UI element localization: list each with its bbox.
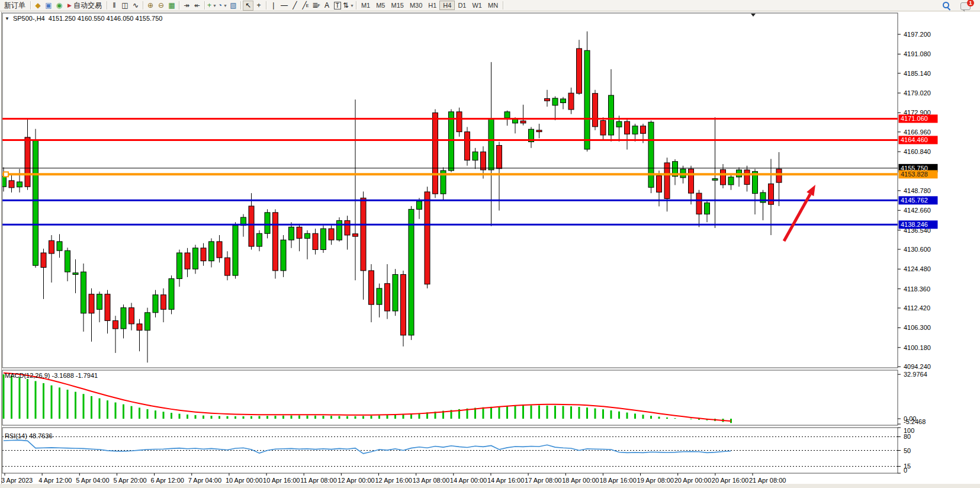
hline-handle[interactable] bbox=[4, 172, 8, 176]
time-tick-label: 17 Apr 08:00 bbox=[525, 477, 561, 484]
timeframe-h4-button[interactable]: H4 bbox=[439, 1, 455, 10]
timeframes-clock-icon[interactable]: ◔▼ bbox=[217, 1, 228, 11]
price-tick-label: 4160.840 bbox=[904, 148, 931, 155]
timeframe-m15-button[interactable]: M15 bbox=[388, 1, 406, 10]
candlestick-chart-icon[interactable]: ◫ bbox=[120, 1, 130, 11]
text-label-icon[interactable]: T bbox=[332, 1, 343, 11]
toolbar-separator bbox=[107, 1, 107, 9]
vertical-line-icon-glyph: | bbox=[272, 1, 274, 11]
funnel-icon[interactable]: ◆ bbox=[33, 1, 43, 11]
price-tick-label: 4100.180 bbox=[904, 344, 931, 351]
time-tick-label: 5 Apr 04:00 bbox=[76, 477, 109, 484]
zoom-in-icon[interactable]: ⊕ bbox=[145, 1, 156, 11]
chart-collapse-toggle[interactable]: ▼ bbox=[5, 16, 9, 21]
new-order-button[interactable]: 新订单 bbox=[1, 1, 28, 11]
arrows-shapes-icon-dropdown[interactable]: ▼ bbox=[350, 1, 354, 11]
timeframe-w1-button[interactable]: W1 bbox=[469, 1, 485, 10]
chart-shift-icon[interactable]: ↞ bbox=[192, 1, 203, 11]
candle-body bbox=[113, 320, 118, 329]
horizontal-line-icon[interactable]: — bbox=[279, 1, 290, 11]
timeframes-clock-icon-dropdown[interactable]: ▼ bbox=[223, 1, 227, 11]
time-tick-label: 18 Apr 00:00 bbox=[562, 477, 599, 484]
arrows-shapes-icon[interactable]: ⇅▼ bbox=[343, 1, 354, 11]
toolbar-separator bbox=[266, 1, 266, 9]
timeframe-m1-button[interactable]: M1 bbox=[358, 1, 373, 10]
rsi-scale-label: 0 bbox=[904, 467, 907, 474]
line-chart-icon[interactable]: ∿ bbox=[130, 1, 141, 11]
candle-body bbox=[616, 121, 622, 127]
candle-body bbox=[457, 112, 462, 132]
candle-body bbox=[497, 145, 502, 168]
candle-body bbox=[73, 273, 78, 275]
time-tick-label: 6 Apr 12:00 bbox=[151, 477, 184, 484]
candle-body bbox=[712, 179, 718, 181]
trendline-icon[interactable]: ╱ bbox=[290, 1, 300, 11]
autotrade-button[interactable]: ▶自动交易 bbox=[65, 1, 105, 11]
rsi-indicator-label: RSI(14) 48.7636 bbox=[5, 432, 53, 439]
vertical-line-icon[interactable]: | bbox=[268, 1, 279, 11]
candle-body bbox=[297, 227, 302, 238]
text-icon[interactable]: A bbox=[322, 1, 332, 11]
toolbar-separator bbox=[503, 1, 503, 9]
time-tick-label: 21 Apr 08:00 bbox=[749, 477, 786, 484]
timeframe-h1-button[interactable]: H1 bbox=[425, 1, 439, 10]
add-indicator-icon[interactable]: +▼ bbox=[207, 1, 217, 11]
candle-body bbox=[33, 140, 38, 265]
candle-body bbox=[417, 201, 422, 210]
price-tick-label: 4166.960 bbox=[904, 129, 931, 136]
candle-body bbox=[425, 192, 430, 284]
auto-scroll-icon[interactable]: ↠ bbox=[181, 1, 192, 11]
price-tick-label: 4124.480 bbox=[904, 265, 931, 272]
candle-body bbox=[584, 50, 590, 149]
price-tick-label: 4130.600 bbox=[904, 246, 931, 253]
tile-windows-icon[interactable]: ▦ bbox=[166, 1, 177, 11]
timeframes-clock-icon-glyph: ◔ bbox=[218, 1, 222, 11]
bar-chart-icon[interactable]: ‖ bbox=[109, 1, 120, 11]
signals-icon[interactable]: ◉ bbox=[54, 1, 65, 11]
signals-icon-glyph: ◉ bbox=[56, 1, 62, 11]
candle-body bbox=[545, 98, 550, 101]
candle-body bbox=[721, 169, 726, 185]
search-icon[interactable] bbox=[943, 1, 951, 9]
candle-body bbox=[696, 193, 702, 214]
crosshair-icon[interactable]: + bbox=[253, 1, 264, 11]
notifications-icon[interactable]: 1 bbox=[960, 2, 971, 10]
candle-body bbox=[105, 294, 110, 321]
toolbar-separator bbox=[240, 1, 241, 9]
candlestick-chart-icon-glyph: ◫ bbox=[121, 1, 128, 11]
add-indicator-icon-glyph: + bbox=[207, 1, 211, 11]
time-tick-label: 12 Apr 00:00 bbox=[338, 477, 374, 484]
time-tick-label: 4 Apr 12:00 bbox=[38, 477, 72, 484]
timeframe-d1-button[interactable]: D1 bbox=[455, 1, 469, 10]
fibonacci-icon[interactable]: ≣F bbox=[311, 1, 322, 11]
price-tick-label: 4094.240 bbox=[904, 363, 931, 370]
auto-scroll-icon-glyph: ↠ bbox=[184, 1, 189, 11]
timeframe-m30-button[interactable]: M30 bbox=[407, 1, 425, 10]
candle-body bbox=[552, 98, 558, 105]
template-chart-icon[interactable]: ▧ bbox=[228, 1, 239, 11]
candle-body bbox=[481, 152, 486, 170]
add-indicator-icon-dropdown[interactable]: ▼ bbox=[213, 1, 217, 11]
candle-body bbox=[17, 182, 23, 187]
candle-body bbox=[9, 181, 14, 188]
price-badge-label: 4145.762 bbox=[901, 197, 928, 204]
zoom-in-icon-glyph: ⊕ bbox=[147, 1, 153, 11]
time-tick-label: 10 Apr 00:00 bbox=[226, 477, 262, 484]
equidistant-channel-icon[interactable]: ╱E bbox=[300, 1, 311, 11]
market-watch-icon[interactable]: ▣ bbox=[43, 1, 54, 11]
time-tick-label: 20 Apr 00:00 bbox=[674, 477, 711, 484]
autotrade-button-label: 自动交易 bbox=[73, 1, 102, 11]
chart-canvas[interactable]: 4197.2004191.0804185.1404179.0204172.900… bbox=[0, 12, 980, 488]
candle-body bbox=[329, 229, 334, 240]
zoom-out-icon[interactable]: ⊖ bbox=[156, 1, 166, 11]
zoom-out-icon-glyph: ⊖ bbox=[158, 1, 164, 11]
candle-body bbox=[728, 177, 734, 185]
rsi-scale-label: 80 bbox=[904, 433, 911, 440]
cursor-icon[interactable]: ↖ bbox=[243, 1, 253, 11]
candle-body bbox=[776, 169, 782, 182]
timeframe-m5-button[interactable]: M5 bbox=[373, 1, 388, 10]
time-tick-label: 13 Apr 08:00 bbox=[413, 477, 449, 484]
timeframe-mn-button[interactable]: MN bbox=[485, 1, 501, 10]
candle-body bbox=[201, 248, 206, 261]
candle-body bbox=[689, 169, 694, 193]
